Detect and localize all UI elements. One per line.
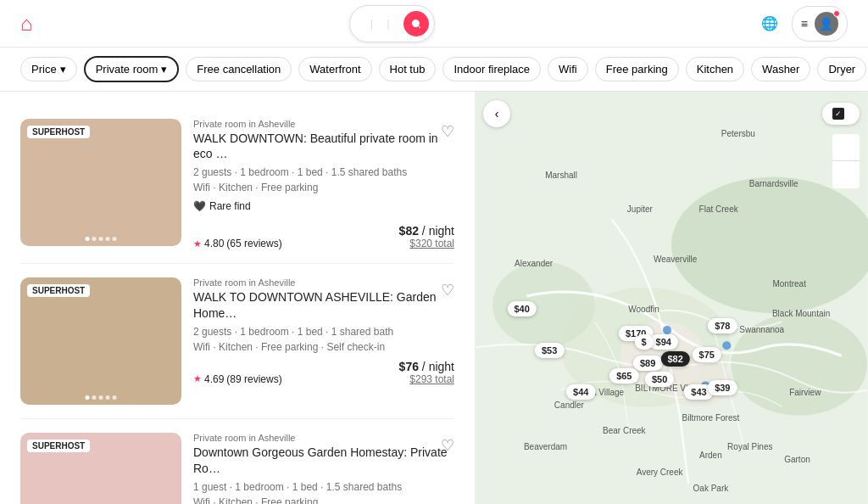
avatar: 👤 (815, 12, 838, 36)
image-dot (99, 237, 103, 241)
image-dot (113, 237, 117, 241)
review-count: (65 reviews) (226, 238, 281, 249)
listing-title[interactable]: Downtown Gorgeous Garden Homestay: Priva… (193, 445, 454, 475)
listing-details: 1 guest · 1 bedroom · 1 bed · 1.5 shared… (193, 481, 454, 493)
filter-chip-free-cancellation[interactable]: Free cancellation (186, 57, 292, 81)
star-icon: ★ (193, 238, 202, 249)
image-dot (86, 395, 90, 400)
map-zoom-controls (832, 134, 860, 188)
heart-outline-icon: ♡ (441, 437, 454, 454)
map-location-label: Weaverville (654, 254, 698, 263)
filter-chip-hot-tub[interactable]: Hot tub (379, 57, 437, 81)
listing-info: Private room in Asheville WALK TO DOWNTO… (193, 277, 454, 405)
map-location-label: Montreat (772, 279, 805, 288)
filter-chip-kitchen[interactable]: Kitchen (686, 57, 744, 81)
map-location-label: Marshall (545, 171, 577, 180)
filter-chip-waterfront[interactable]: Waterfront (298, 57, 371, 81)
map-location-label: Black Mountain (772, 308, 830, 317)
filter-chip-indoor-fireplace[interactable]: Indoor fireplace (442, 57, 541, 81)
map-location-label: Alexander (515, 258, 553, 267)
listing-amenities: Wifi · Kitchen · Free parking · Self che… (193, 341, 454, 353)
map-price-pin[interactable]: $94 (649, 334, 678, 350)
map-back-button[interactable]: ‹ (483, 100, 510, 127)
search-bar[interactable]: | | (349, 5, 435, 42)
map-price-pin[interactable]: $50 (645, 372, 674, 387)
map-location-label: Jupiter (627, 204, 653, 213)
search-separator2: | (387, 17, 389, 30)
map-location-label: Avery Creek (637, 467, 683, 476)
price-total: $320 total (399, 238, 454, 249)
chevron-down-icon: ▾ (161, 63, 167, 76)
heart-outline-icon: ♡ (441, 282, 454, 299)
filter-bar: Price ▾Private room ▾Free cancellationWa… (0, 48, 868, 92)
search-button[interactable] (403, 11, 429, 36)
listing-bottom: ★ 4.80 (65 reviews) $82 / night $320 tot… (193, 224, 454, 249)
map-price-pin[interactable]: $82 (660, 351, 689, 367)
listings-panel: SUPERHOST Private room in Asheville WALK… (0, 92, 475, 504)
listing-type: Private room in Asheville (193, 433, 454, 443)
listing-details: 2 guests · 1 bedroom · 1 bed · 1 shared … (193, 326, 454, 338)
zoom-in-button[interactable] (832, 134, 860, 161)
filter-chip-washer[interactable]: Washer (751, 57, 810, 81)
search-as-move-control[interactable]: ✓ (822, 103, 860, 125)
listing-card: SUPERHOST Private room in Asheville WALK… (20, 105, 454, 264)
filter-chip-dryer[interactable]: Dryer (817, 57, 866, 81)
map-price-pin[interactable]: $40 (507, 301, 536, 316)
map-location-label: Swannanoa (739, 325, 784, 334)
map-location-label: Woodfin (628, 304, 659, 313)
main-content: SUPERHOST Private room in Asheville WALK… (0, 92, 868, 504)
map-price-pin[interactable]: $65 (609, 368, 638, 384)
listing-details: 2 guests · 1 bedroom · 1 bed · 1.5 share… (193, 166, 454, 178)
map-price-pin[interactable]: $78 (708, 318, 737, 333)
map-top-controls: ‹ ✓ (483, 100, 860, 127)
listing-info: Private room in Asheville Downtown Gorge… (193, 433, 454, 504)
listing-card: SUPERHOST Private room in Asheville WALK… (20, 264, 454, 419)
map-price-pin[interactable]: $39 (708, 380, 737, 395)
listing-image[interactable]: SUPERHOST (20, 433, 181, 504)
map-price-pin[interactable]: $44 (566, 384, 595, 400)
wishlist-button[interactable]: ♡ (441, 436, 454, 455)
map-location-label: Candler (554, 400, 584, 410)
map-location-label: Oak Park (693, 484, 729, 493)
map-price-pin[interactable]: $ (634, 334, 653, 350)
header-right: 🌐 ≡ 👤 (748, 6, 848, 42)
listing-image[interactable]: SUPERHOST (20, 277, 181, 405)
map-location-label: Fairview (789, 388, 821, 397)
map-price-pin[interactable]: $53 (535, 343, 564, 358)
hamburger-icon: ≡ (801, 17, 808, 31)
rare-find-badge: 🖤 Rare find (193, 200, 251, 212)
listing-bottom: ★ 4.69 (89 reviews) $76 / night $293 tot… (193, 360, 454, 385)
review-count: (89 reviews) (226, 373, 281, 385)
image-dot (92, 395, 97, 400)
map-price-pin[interactable]: $89 (633, 356, 662, 371)
image-dot (86, 237, 90, 241)
map-location-label: Royal Pines (727, 442, 772, 451)
wishlist-button[interactable]: ♡ (441, 281, 454, 300)
image-dot (99, 395, 103, 400)
wishlist-button[interactable]: ♡ (441, 122, 454, 141)
search-as-move-checkbox[interactable]: ✓ (832, 108, 844, 120)
filter-chip-price[interactable]: Price ▾ (20, 57, 77, 81)
heart-icon: 🖤 (193, 200, 206, 212)
chevron-down-icon: ▾ (60, 63, 66, 76)
logo[interactable]: ⌂ (20, 12, 36, 36)
map-container: ‹ ✓ PetersbuMarshallBarnardsvilleJupiter… (475, 92, 868, 504)
filter-chip-free-parking[interactable]: Free parking (595, 57, 679, 81)
zoom-out-button[interactable] (832, 161, 860, 188)
globe-icon[interactable]: 🌐 (761, 15, 778, 31)
listing-image[interactable]: SUPERHOST (20, 119, 181, 246)
price-per-night: $76 / night (399, 360, 454, 373)
map-location-label: Arden (699, 451, 722, 460)
filter-chip-private-room[interactable]: Private room ▾ (84, 56, 180, 82)
listing-title[interactable]: WALK TO DOWNTOWN ASHEVILLE: Garden Home… (193, 289, 454, 320)
filter-chip-wifi[interactable]: Wifi (548, 57, 588, 81)
menu-button[interactable]: ≡ 👤 (792, 6, 848, 42)
header: ⌂ | | 🌐 ≡ 👤 (0, 0, 868, 48)
listing-title[interactable]: WALK DOWNTOWN: Beautiful private room in… (193, 131, 454, 161)
superhost-badge: SUPERHOST (27, 440, 90, 452)
rating-value: 4.69 (204, 373, 224, 385)
listing-rating: ★ 4.69 (89 reviews) (193, 373, 282, 385)
map-price-pin[interactable]: $75 (693, 347, 721, 362)
svg-point-7 (663, 326, 671, 334)
map-location-label: Garton (784, 454, 810, 463)
